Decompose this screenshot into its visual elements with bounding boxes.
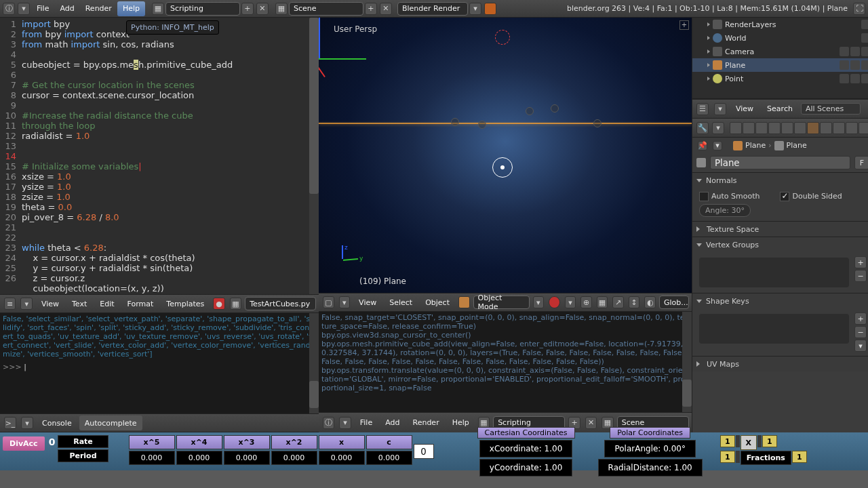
layout-browse-icon[interactable]: ▦ bbox=[152, 3, 164, 15]
outliner-search[interactable]: Search bbox=[762, 102, 798, 117]
tab-texture[interactable] bbox=[833, 122, 845, 134]
double-sided-checkbox[interactable] bbox=[780, 192, 789, 201]
del-scene-icon[interactable]: ✕ bbox=[380, 3, 392, 15]
gizmo-x-axis[interactable] bbox=[319, 61, 326, 77]
shape-keys-list[interactable] bbox=[699, 314, 849, 344]
poly-val[interactable]: 0.000 bbox=[319, 451, 365, 465]
period-label[interactable]: Period bbox=[58, 449, 108, 462]
poly-val[interactable]: 0.000 bbox=[129, 451, 175, 465]
x-coord[interactable]: xCoordinate: 1.00 bbox=[479, 440, 572, 458]
crumb-object[interactable]: Plane bbox=[745, 141, 766, 150]
tab-modifiers[interactable] bbox=[794, 122, 806, 134]
panel-head-normals[interactable]: Normals bbox=[692, 173, 868, 188]
tab-world[interactable] bbox=[755, 122, 768, 134]
crumb-data[interactable]: Plane bbox=[787, 141, 807, 150]
angle-field[interactable]: Angle: 30° bbox=[699, 204, 751, 217]
text-file-name[interactable]: TestArtCubes.py bbox=[245, 297, 316, 310]
gizmo-y-axis[interactable] bbox=[319, 58, 366, 60]
info-scrollbar[interactable] bbox=[682, 312, 692, 412]
rate-label[interactable]: Rate bbox=[58, 435, 108, 448]
menu-add[interactable]: Add bbox=[54, 1, 79, 16]
editor-type-icon[interactable]: ⓘ bbox=[3, 3, 15, 15]
panel-head-sk[interactable]: Shape Keys bbox=[692, 293, 868, 308]
tab-physics[interactable] bbox=[859, 122, 868, 134]
console-type-icon[interactable]: >_ bbox=[4, 417, 16, 429]
vp-menu-select[interactable]: Select bbox=[384, 295, 418, 310]
browse-icon[interactable]: ▾ bbox=[339, 296, 351, 308]
vg-remove-icon[interactable]: − bbox=[854, 270, 867, 282]
sk-menu-icon[interactable]: ▾ bbox=[854, 340, 867, 352]
orientation-dropdown[interactable]: Glob... bbox=[659, 296, 689, 309]
poly-val[interactable]: 0.000 bbox=[176, 451, 222, 465]
outliner-row[interactable]: Plane bbox=[692, 58, 868, 72]
text-menu-edit[interactable]: Edit bbox=[94, 296, 119, 311]
outliner-type-icon[interactable]: ☰ bbox=[696, 103, 709, 115]
menu-help[interactable]: Help bbox=[117, 1, 145, 16]
outliner-filter[interactable]: All Scenes bbox=[801, 103, 861, 115]
outliner-view[interactable]: View bbox=[730, 102, 759, 117]
editor-type-icon[interactable]: ⓘ bbox=[323, 417, 334, 429]
browse-icon[interactable]: ▾ bbox=[714, 103, 726, 115]
browse-icon[interactable]: ▾ bbox=[339, 417, 351, 429]
outliner-row[interactable]: RenderLayers bbox=[692, 18, 868, 31]
tab-object[interactable] bbox=[768, 122, 781, 134]
vertex-groups-list[interactable] bbox=[699, 258, 849, 287]
menu-render[interactable]: Render bbox=[80, 1, 117, 16]
mode-dropdown[interactable]: Object Mode bbox=[473, 296, 530, 309]
vp-menu-object[interactable]: Object bbox=[420, 295, 455, 310]
zero-input[interactable] bbox=[414, 444, 434, 459]
divacc-label[interactable]: DivAcc bbox=[3, 436, 45, 451]
viewport-plus-icon[interactable]: + bbox=[679, 20, 689, 30]
add-layout-icon[interactable]: + bbox=[241, 3, 254, 15]
layers-icon[interactable]: ▦ bbox=[597, 296, 608, 308]
del-icon[interactable]: ✕ bbox=[585, 417, 597, 429]
gizmo-z-axis[interactable] bbox=[319, 18, 320, 58]
translate-icon[interactable]: ↕ bbox=[629, 296, 640, 308]
text-menu-view[interactable]: View bbox=[36, 296, 64, 311]
info-menu-help[interactable]: Help bbox=[447, 415, 475, 430]
code-scrollbar[interactable] bbox=[309, 18, 319, 294]
frac-cell[interactable]: 1 bbox=[762, 435, 777, 447]
poly-val[interactable]: 0.000 bbox=[224, 451, 270, 465]
tab-particles[interactable] bbox=[846, 122, 858, 134]
console-menu-autocomplete[interactable]: Autocomplete bbox=[79, 415, 142, 430]
renderer-caret-icon[interactable]: ▾ bbox=[469, 3, 481, 15]
expand-icon[interactable]: ⛶ bbox=[853, 3, 865, 15]
sk-remove-icon[interactable]: − bbox=[854, 326, 867, 338]
tab-render[interactable] bbox=[730, 122, 742, 134]
screen-layout-dropdown[interactable]: Scripting bbox=[165, 2, 240, 16]
mesh-name-input[interactable] bbox=[710, 156, 850, 169]
poly-head[interactable]: x^2 bbox=[271, 435, 317, 449]
auto-smooth-checkbox[interactable] bbox=[699, 192, 709, 201]
browse-icon[interactable]: ▾ bbox=[21, 417, 33, 429]
tab-material[interactable] bbox=[820, 122, 832, 134]
vp-menu-view[interactable]: View bbox=[353, 295, 382, 310]
outliner-row[interactable]: Point bbox=[692, 72, 868, 85]
console-scrollbar[interactable] bbox=[309, 313, 319, 413]
frac-cell[interactable]: 1 bbox=[720, 451, 735, 463]
text-editor[interactable]: 1234567891011121314151617181920212223242… bbox=[0, 18, 319, 294]
scene-dropdown[interactable]: Scene bbox=[289, 2, 363, 16]
sk-add-icon[interactable]: + bbox=[854, 312, 867, 325]
poly-head[interactable]: x^3 bbox=[224, 435, 270, 449]
tab-constraints[interactable] bbox=[781, 122, 793, 134]
poly-head[interactable]: x bbox=[319, 435, 365, 449]
mode-caret-icon[interactable]: ▾ bbox=[533, 296, 545, 308]
panel-head-tex[interactable]: Texture Space bbox=[692, 222, 868, 237]
poly-head[interactable]: c bbox=[366, 435, 412, 449]
outliner-row[interactable]: World bbox=[692, 31, 868, 45]
info-menu-render[interactable]: Render bbox=[408, 415, 445, 430]
scene-browse-icon[interactable]: ▦ bbox=[275, 3, 288, 15]
text-menu-templates[interactable]: Templates bbox=[161, 296, 210, 311]
text-browse-icon[interactable]: ▦ bbox=[230, 298, 241, 310]
console-menu-console[interactable]: Console bbox=[37, 415, 77, 430]
add-scene-icon[interactable]: + bbox=[365, 3, 377, 15]
y-coord[interactable]: yCoordinate: 1.00 bbox=[479, 459, 572, 476]
pin-icon[interactable]: 📌 bbox=[698, 141, 707, 150]
renderer-dropdown[interactable]: Blender Render bbox=[397, 2, 468, 16]
props-type-icon[interactable]: 🔧 bbox=[696, 122, 709, 134]
browse-icon[interactable]: ▾ bbox=[713, 141, 722, 150]
outliner[interactable]: RenderLayersWorldCameraPlanePoint bbox=[692, 18, 868, 99]
panel-head-uv[interactable]: UV Maps bbox=[692, 357, 868, 371]
info-log[interactable]: False, snap_target='CLOSEST', snap_point… bbox=[319, 312, 692, 412]
